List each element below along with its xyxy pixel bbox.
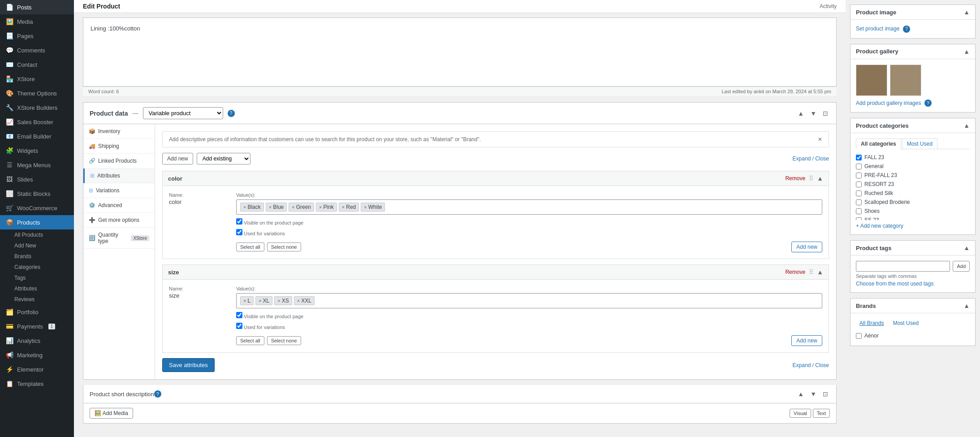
add-existing-select[interactable]: Add existing: [197, 153, 250, 164]
sidebar-item-widgets[interactable]: 🧩Widgets: [0, 143, 74, 158]
nav-item-attributes[interactable]: ⊞Attributes: [83, 169, 155, 183]
bottom-expand-close[interactable]: Expand / Close: [793, 362, 829, 368]
short-desc-info-icon[interactable]: ?: [154, 390, 161, 398]
sidebar-item-analytics[interactable]: 📊Analytics: [0, 333, 74, 348]
set-product-image-link[interactable]: Set product image: [856, 26, 899, 32]
tag-remove-icon[interactable]: ×: [364, 204, 367, 210]
size-select-all-btn[interactable]: Select all: [236, 336, 264, 345]
nav-item-inventory[interactable]: 📦Inventory: [83, 124, 155, 139]
visual-btn[interactable]: Visual: [790, 409, 811, 418]
product-image-toggle[interactable]: ▲: [963, 9, 970, 16]
color-visible-checkbox[interactable]: Visible on the product page: [236, 218, 822, 225]
sidebar-sub-attributes[interactable]: Attributes: [0, 283, 74, 294]
sidebar-sub-brands[interactable]: Brands: [0, 251, 74, 262]
tag-remove-icon[interactable]: ×: [297, 298, 300, 303]
sidebar-item-comments[interactable]: 💬Comments: [0, 43, 74, 57]
cat-item-shoes[interactable]: Shoes: [856, 207, 970, 216]
sidebar-item-static-blocks[interactable]: ⬜Static Blocks: [0, 186, 74, 201]
nav-item-quantity-type[interactable]: 🔢Quantity typeXStore: [83, 228, 155, 249]
gallery-info[interactable]: ?: [924, 100, 932, 107]
short-desc-down-btn[interactable]: ▼: [808, 389, 818, 398]
sidebar-item-templates[interactable]: 📋Templates: [0, 376, 74, 391]
cat-item-scalloped-broderie[interactable]: Scalloped Broderie: [856, 198, 970, 207]
tag-remove-icon[interactable]: ×: [292, 204, 294, 210]
product-tags-toggle[interactable]: ▲: [963, 244, 970, 251]
sidebar-item-products[interactable]: 📦Products: [0, 215, 74, 229]
sidebar-item-media[interactable]: 🖼️Media: [0, 14, 74, 29]
cat-item-ruched-silk[interactable]: Ruched Silk: [856, 189, 970, 198]
sidebar-item-pages[interactable]: 📃Pages: [0, 29, 74, 43]
text-btn[interactable]: Text: [813, 409, 830, 418]
add-gallery-images-link[interactable]: Add product gallery images: [856, 100, 921, 106]
tag-remove-icon[interactable]: ×: [243, 298, 246, 303]
gallery-img-1[interactable]: [856, 65, 887, 96]
sidebar-item-woocommerce[interactable]: 🛒WooCommerce: [0, 201, 74, 215]
brand-tab-all-brands[interactable]: All Brands: [856, 319, 888, 328]
tag-remove-icon[interactable]: ×: [243, 204, 246, 210]
sidebar-item-xstore-builders[interactable]: 🔧XStore Builders: [0, 100, 74, 115]
color-add-new-btn[interactable]: Add new: [791, 242, 822, 252]
tag-remove-icon[interactable]: ×: [319, 204, 322, 210]
tag-remove-icon[interactable]: ×: [342, 204, 345, 210]
nav-item-variations[interactable]: ⊞Variations: [83, 183, 155, 198]
size-select-none-btn[interactable]: Select none: [267, 336, 301, 345]
sidebar-item-elementor[interactable]: ⚡Elementor: [0, 362, 74, 376]
color-select-all-btn[interactable]: Select all: [236, 242, 264, 251]
attr-close-icon[interactable]: ✕: [818, 136, 822, 143]
cat-item-pre-fall-23[interactable]: PRE-FALL 23: [856, 171, 970, 180]
sidebar-sub-tags[interactable]: Tags: [0, 273, 74, 283]
sidebar-item-sales-booster[interactable]: 📈Sales Booster: [0, 115, 74, 129]
size-remove-link[interactable]: Remove: [785, 269, 805, 275]
product-type-select[interactable]: Variable product Simple product Grouped …: [143, 107, 223, 119]
tags-input[interactable]: [856, 261, 950, 272]
color-variations-checkbox[interactable]: Used for variations: [236, 229, 822, 236]
tag-remove-icon[interactable]: ×: [277, 298, 280, 303]
nav-item-linked-products[interactable]: 🔗Linked Products: [83, 154, 155, 169]
sidebar-item-mega-menus[interactable]: ☰Mega Menus: [0, 158, 74, 172]
product-image-info[interactable]: ?: [903, 26, 910, 33]
save-attrs-btn[interactable]: Save attributes: [162, 358, 215, 372]
sidebar-item-theme-options[interactable]: 🎨Theme Options: [0, 86, 74, 100]
sidebar-sub-all-products[interactable]: All Products: [0, 229, 74, 240]
cat-tab-all-categories[interactable]: All categories: [856, 138, 901, 149]
brand-tab-most-used[interactable]: Most Used: [889, 319, 922, 328]
sidebar-item-slides[interactable]: 🖼Slides: [0, 172, 74, 186]
cat-item-resort-23[interactable]: RESORT 23: [856, 180, 970, 189]
collapse-up-btn[interactable]: ▲: [796, 109, 806, 118]
sidebar-item-marketing[interactable]: 📢Marketing: [0, 348, 74, 362]
gallery-img-2[interactable]: [890, 65, 921, 96]
nav-item-get-more-options[interactable]: ➕Get more options: [83, 213, 155, 228]
cat-item-ss-23[interactable]: SS 23: [856, 216, 970, 220]
sidebar-sub-categories[interactable]: Categories: [0, 262, 74, 273]
brands-toggle[interactable]: ▲: [963, 302, 970, 309]
color-remove-link[interactable]: Remove: [785, 175, 805, 182]
editor-content[interactable]: Lining :100%cotton: [91, 25, 829, 79]
add-new-category-link[interactable]: + Add new category: [856, 223, 903, 229]
expand-btn[interactable]: ⊡: [821, 109, 830, 118]
cat-tab-most-used[interactable]: Most Used: [902, 138, 937, 149]
sidebar-item-portfolio[interactable]: 🗂️Portfolio: [0, 305, 74, 319]
color-drag-handle[interactable]: ⠿: [809, 175, 813, 182]
product-gallery-toggle[interactable]: ▲: [963, 48, 970, 55]
sidebar-sub-add-new[interactable]: Add New: [0, 240, 74, 251]
size-visible-checkbox[interactable]: Visible on the product page: [236, 312, 822, 319]
tag-remove-icon[interactable]: ×: [269, 204, 272, 210]
sidebar-item-xstore[interactable]: 🏪XStore: [0, 72, 74, 86]
add-media-btn[interactable]: 🖼️ Add Media: [90, 408, 133, 419]
size-drag-handle[interactable]: ⠿: [809, 268, 813, 276]
color-toggle-btn[interactable]: ▲: [817, 175, 823, 182]
size-add-new-btn[interactable]: Add new: [791, 335, 822, 346]
collapse-down-btn[interactable]: ▼: [808, 109, 818, 118]
short-desc-expand-btn[interactable]: ⊡: [821, 389, 830, 398]
size-toggle-btn[interactable]: ▲: [817, 268, 823, 276]
tag-remove-icon[interactable]: ×: [259, 298, 261, 303]
brand-item[interactable]: Aénor: [856, 331, 970, 340]
expand-close-link[interactable]: Expand / Close: [793, 156, 829, 162]
choose-tags-link[interactable]: Choose from the most used tags: [856, 281, 933, 287]
sidebar-item-email-builder[interactable]: 📧Email Builder: [0, 129, 74, 143]
cat-item-fall-23[interactable]: FALL 23: [856, 153, 970, 162]
nav-item-shipping[interactable]: 🚚Shipping: [83, 139, 155, 154]
product-type-info-icon[interactable]: ?: [228, 110, 235, 117]
sidebar-item-payments[interactable]: 💳Payments1: [0, 319, 74, 333]
add-new-attr-btn[interactable]: Add new: [162, 153, 193, 164]
